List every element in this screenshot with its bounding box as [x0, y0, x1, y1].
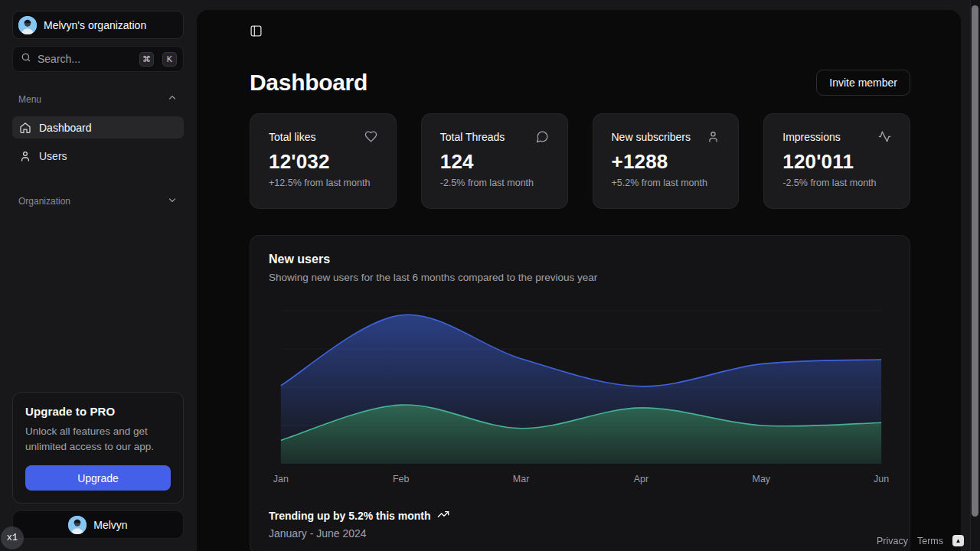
user-icon — [707, 130, 720, 143]
svg-text:Jun: Jun — [874, 474, 889, 484]
stat-value: 120'011 — [782, 150, 891, 174]
trending-up-icon — [437, 508, 449, 523]
sidebar-item-dashboard[interactable]: Dashboard — [12, 116, 184, 139]
menu-section-label: Menu — [18, 94, 41, 105]
menu-section-toggle[interactable]: Menu — [12, 93, 184, 106]
organization-avatar — [18, 16, 37, 34]
stat-card-impressions: Impressions 120'011 -2.5% from last mont… — [763, 113, 910, 209]
sidebar-item-label: Users — [39, 150, 67, 162]
page-header: Dashboard Invite member — [250, 70, 910, 96]
upgrade-description: Unlock all features and get unlimited ac… — [25, 424, 171, 455]
stat-delta: -2.5% from last month — [440, 178, 549, 188]
page-title: Dashboard — [250, 70, 368, 96]
terms-link[interactable]: Terms — [917, 536, 943, 546]
stat-label: Total likes — [269, 131, 315, 143]
stat-delta: +12.5% from last month — [269, 178, 377, 188]
privacy-link[interactable]: Privacy — [877, 536, 908, 546]
stats-row: Total likes 12'032 +12.5% from last mont… — [250, 113, 910, 209]
user-menu-button[interactable]: Melvyn — [12, 510, 184, 539]
search-icon — [21, 52, 31, 66]
main-area: Dashboard Invite member Total likes 12'0… — [196, 0, 980, 551]
chevron-down-icon — [167, 194, 178, 208]
stat-value: 12'032 — [269, 150, 377, 174]
svg-text:Apr: Apr — [634, 474, 648, 484]
sidebar-nav: Dashboard Users — [12, 116, 184, 167]
svg-text:Mar: Mar — [513, 474, 529, 484]
stat-delta: +5.2% from last month — [612, 178, 720, 188]
message-circle-icon — [536, 130, 549, 143]
legal-links: Privacy Terms ▲ — [877, 535, 964, 546]
sidebar-item-label: Dashboard — [39, 122, 92, 134]
vercel-triangle-badge-icon[interactable]: ▲ — [952, 535, 964, 546]
chevron-up-icon — [167, 93, 178, 106]
sidebar-toggle-button[interactable] — [250, 24, 263, 37]
activity-icon — [878, 130, 891, 143]
organization-switcher[interactable]: Melvyn's organization — [12, 11, 184, 39]
stat-value: +1288 — [612, 150, 720, 174]
svg-text:Feb: Feb — [393, 474, 410, 484]
stat-value: 124 — [440, 150, 549, 174]
upgrade-button[interactable]: Upgrade — [25, 465, 171, 491]
organization-section-toggle[interactable]: Organization — [12, 194, 184, 208]
sidebar-item-users[interactable]: Users — [12, 145, 184, 167]
scrollbar-thumb[interactable] — [972, 5, 978, 517]
stat-card-total-likes: Total likes 12'032 +12.5% from last mont… — [250, 113, 397, 209]
chart-footer-trend: Trending up by 5.2% this month — [269, 510, 431, 522]
stat-label: Impressions — [782, 131, 840, 143]
heart-icon — [364, 130, 377, 143]
chart-title: New users — [269, 253, 891, 266]
cursor-count-badge: x1 — [1, 527, 24, 549]
sidebar: Melvyn's organization Search... ⌘ K Menu… — [0, 0, 196, 551]
stat-card-total-threads: Total Threads 124 -2.5% from last month — [421, 113, 568, 209]
svg-text:Jan: Jan — [273, 474, 289, 484]
main-content-card: Dashboard Invite member Total likes 12'0… — [196, 9, 962, 551]
chart-footer-range: January - June 2024 — [269, 527, 891, 540]
upgrade-card: Upgrade to PRO Unlock all features and g… — [12, 392, 184, 504]
home-icon — [19, 122, 31, 134]
search-placeholder: Search... — [38, 53, 133, 65]
new-users-chart-card: New users Showing new users for the last… — [250, 235, 910, 551]
chart-subtitle: Showing new users for the last 6 months … — [269, 272, 891, 283]
new-users-area-chart: JanFebMarAprMayJun — [250, 291, 910, 496]
k-key-badge: K — [162, 52, 177, 67]
cmd-key-badge: ⌘ — [139, 52, 154, 67]
upgrade-title: Upgrade to PRO — [25, 405, 171, 418]
stat-delta: -2.5% from last month — [782, 178, 891, 188]
organization-section-label: Organization — [18, 196, 70, 207]
stat-label: New subscribers — [612, 131, 691, 143]
invite-member-button[interactable]: Invite member — [816, 70, 910, 96]
svg-text:May: May — [753, 474, 771, 484]
stat-label: Total Threads — [440, 131, 505, 143]
user-name: Melvyn — [93, 519, 127, 531]
search-input[interactable]: Search... ⌘ K — [12, 46, 184, 72]
stat-card-new-subscribers: New subscribers +1288 +5.2% from last mo… — [593, 113, 740, 209]
user-icon — [19, 150, 31, 162]
user-avatar — [68, 516, 87, 534]
organization-name: Melvyn's organization — [44, 19, 146, 31]
